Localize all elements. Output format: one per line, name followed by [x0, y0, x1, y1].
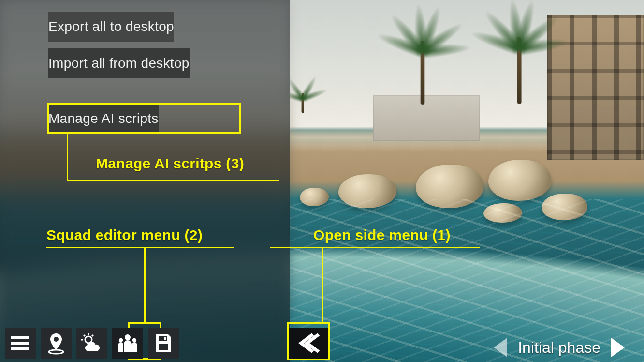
phase-prev-button[interactable] — [494, 338, 507, 357]
annotation-leader — [322, 247, 323, 322]
annotation-leader — [67, 134, 68, 181]
annotation-underline — [67, 180, 279, 181]
svg-rect-14 — [159, 344, 168, 350]
annotation-underline — [270, 247, 480, 248]
import-all-button[interactable]: Import all from desktop — [48, 48, 190, 78]
phase-label: Initial phase — [518, 339, 600, 357]
chevron-left-icon — [295, 332, 322, 355]
annotation-label-open-side-menu: Open side menu (1) — [313, 227, 451, 243]
svg-line-7 — [84, 335, 85, 336]
save-icon — [152, 332, 175, 356]
scenery-rock — [488, 160, 551, 201]
location-button[interactable] — [41, 328, 72, 359]
export-all-button[interactable]: Export all to desktop — [48, 12, 174, 42]
scenery-palm — [421, 41, 425, 105]
annotation-underline — [46, 247, 234, 248]
annotation-label-manage-ai: Manage AI scritps (3) — [96, 155, 244, 172]
main-menu-button[interactable] — [5, 328, 36, 359]
svg-point-10 — [119, 338, 123, 342]
annotation-label-squad-menu: Squad editor menu (2) — [46, 227, 203, 243]
phase-switcher: Initial phase — [494, 338, 625, 357]
svg-point-9 — [125, 334, 131, 340]
location-pin-icon — [44, 332, 68, 356]
menu-icon — [9, 332, 32, 356]
svg-rect-13 — [164, 337, 166, 340]
phase-next-button[interactable] — [611, 338, 625, 357]
open-side-menu-button[interactable] — [289, 328, 328, 359]
scenery-palm — [517, 37, 521, 104]
scenery-building-mid — [373, 95, 480, 141]
squad-editor-icon — [116, 332, 139, 356]
svg-point-11 — [132, 338, 136, 342]
svg-point-3 — [49, 350, 63, 354]
weather-icon — [80, 332, 103, 356]
manage-ai-scripts-button[interactable]: Manage AI scripts — [48, 104, 159, 134]
bottom-toolbar — [5, 328, 179, 359]
save-button[interactable] — [148, 328, 179, 359]
annotation-leader — [144, 247, 146, 322]
squad-editor-button[interactable] — [112, 328, 143, 359]
weather-button[interactable] — [76, 328, 107, 359]
scenery-palm — [302, 93, 304, 113]
svg-line-8 — [92, 335, 93, 336]
